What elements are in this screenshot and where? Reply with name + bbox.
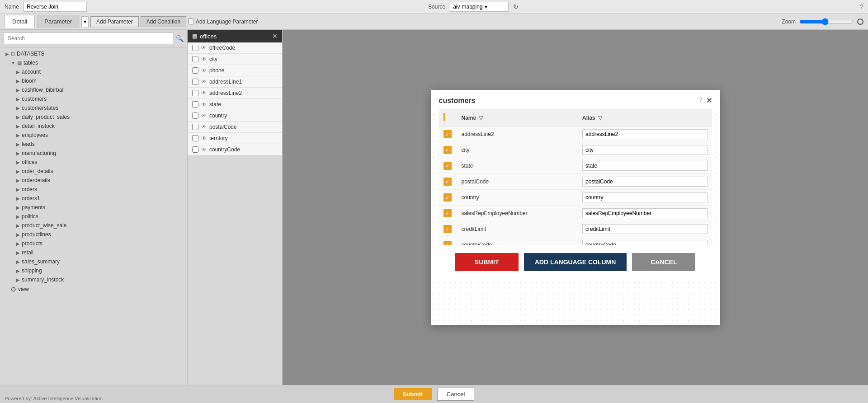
tree-item-orderdetails[interactable]: ▶ orderdetails <box>0 176 187 185</box>
tree-item-detail-instock[interactable]: ▶ detail_instock <box>0 122 187 131</box>
modal-footer: SUBMIT ADD LANGUAGE COLUMN CANCEL <box>431 245 720 279</box>
tree-item-view[interactable]: ⊜ view <box>0 284 187 294</box>
source-label: Source <box>428 4 445 10</box>
search-icon[interactable]: 🔍 <box>176 35 184 42</box>
tree-item-manufacturing[interactable]: ▶ manufacturing <box>0 149 187 158</box>
field-city[interactable]: 👁 city <box>188 54 282 65</box>
tree-item-productlines[interactable]: ▶ productlines <box>0 230 187 239</box>
tab-parameter[interactable]: Parameter <box>37 15 80 28</box>
tree-item-orders[interactable]: ▶ orders <box>0 185 187 194</box>
refresh-icon[interactable]: ↻ <box>513 3 519 10</box>
row-checkbox-state[interactable]: ✓ <box>443 162 452 170</box>
field-checkbox-countryCode[interactable] <box>192 146 198 153</box>
tree-item-summary-instock[interactable]: ▶ summary_instock <box>0 275 187 284</box>
datasets-node[interactable]: ▶ ⊞ DATASETS <box>0 49 187 58</box>
modal-add-language-column-button[interactable]: ADD LANGUAGE COLUMN <box>524 253 627 271</box>
tree-item-cashflow[interactable]: ▶ cashflow_bibirbal <box>0 85 187 94</box>
tree-item-orders1[interactable]: ▶ orders1 <box>0 194 187 203</box>
tree-item-customers[interactable]: ▶ customers <box>0 94 187 103</box>
source-dropdown[interactable]: aiv-mapping ▾ <box>450 2 509 12</box>
tree-item-product-wise-sale[interactable]: ▶ product_wise_sale <box>0 221 187 230</box>
alias-input-creditLimit[interactable] <box>582 224 707 234</box>
delete-icon[interactable]: ✕ <box>272 33 278 40</box>
field-officeCode[interactable]: 👁 officeCode <box>188 42 282 54</box>
field-list: 👁 officeCode 👁 city 👁 phone 👁 addressLin… <box>188 42 282 385</box>
field-checkbox-officeCode[interactable] <box>192 45 198 51</box>
search-input[interactable] <box>4 33 173 44</box>
eye-icon-state: 👁 <box>201 101 207 108</box>
tree-item-account[interactable]: ▶ account <box>0 67 187 76</box>
tree-item-bloom[interactable]: ▶ bloom <box>0 76 187 85</box>
left-panel: 🔍 ▶ ⊞ DATASETS ▼ ▦ tables ▶ account ▶ bl… <box>0 30 188 385</box>
alias-input-postalCode[interactable] <box>582 177 707 187</box>
tab-detail[interactable]: Detail <box>5 15 35 28</box>
tree-item-politics[interactable]: ▶ politics <box>0 212 187 221</box>
field-checkbox-phone[interactable] <box>192 67 198 74</box>
alias-filter-icon[interactable]: ▽ <box>598 115 602 121</box>
alias-input-city[interactable] <box>582 145 707 155</box>
modal-overlay: customers ? ✕ <box>283 30 868 385</box>
alias-input-country[interactable] <box>582 192 707 202</box>
row-checkbox-addressLine2[interactable]: ✓ <box>443 130 452 138</box>
alias-input-countryCode[interactable] <box>582 240 707 245</box>
add-language-parameter[interactable]: Add Language Parameter <box>188 19 258 25</box>
table-row: ✓ addressLine2 <box>439 127 712 142</box>
field-countryCode[interactable]: 👁 countryCode <box>188 144 282 155</box>
tree-item-sales-summary[interactable]: ▶ sales_summary <box>0 257 187 266</box>
name-filter-icon[interactable]: ▽ <box>479 115 483 121</box>
field-checkbox-addressLine1[interactable] <box>192 79 198 85</box>
alias-input-state[interactable] <box>582 161 707 171</box>
modal-submit-button[interactable]: SUBMIT <box>455 253 519 271</box>
field-checkbox-postalCode[interactable] <box>192 124 198 130</box>
tree-item-payments[interactable]: ▶ payments <box>0 203 187 212</box>
tree-item-leads[interactable]: ▶ leads <box>0 140 187 149</box>
tree-item-employees[interactable]: ▶ employees <box>0 131 187 140</box>
row-checkbox-creditLimit[interactable]: ✓ <box>443 225 452 233</box>
field-country[interactable]: 👁 country <box>188 110 282 122</box>
row-checkbox-country[interactable]: ✓ <box>443 193 452 202</box>
field-postalCode[interactable]: 👁 postalCode <box>188 122 282 133</box>
field-phone[interactable]: 👁 phone <box>188 65 282 76</box>
row-checkbox-salesRepEmployeeNumber[interactable]: ✓ <box>443 209 452 217</box>
help-icon-top[interactable]: ? <box>860 3 863 10</box>
add-condition-button[interactable]: Add Condition <box>141 16 186 27</box>
tab-dropdown[interactable]: ▾ <box>81 16 89 27</box>
tree-item-offices[interactable]: ▶ offices <box>0 158 187 167</box>
field-checkbox-country[interactable] <box>192 112 198 119</box>
tree-item-daily-product-sales[interactable]: ▶ daily_product_sales <box>0 112 187 122</box>
field-addressLine1[interactable]: 👁 addressLine1 <box>188 76 282 88</box>
powered-by: Powered by: Active Intelligence Visualiz… <box>5 396 103 401</box>
alias-input-salesRepEmployeeNumber[interactable] <box>582 208 707 218</box>
modal-help-icon[interactable]: ? <box>698 97 703 105</box>
field-territory[interactable]: 👁 territory <box>188 133 282 144</box>
eye-icon-country: 👁 <box>201 112 207 119</box>
zoom-slider[interactable] <box>799 18 854 25</box>
field-state[interactable]: 👁 state <box>188 99 282 110</box>
field-addressLine2[interactable]: 👁 addressLine2 <box>188 88 282 99</box>
source-value: aiv-mapping <box>453 4 482 10</box>
bottom-cancel-button[interactable]: Cancel <box>437 388 474 401</box>
tree-item-shipping[interactable]: ▶ shipping <box>0 266 187 275</box>
row-checkbox-countryCode[interactable]: ✓ <box>443 241 452 245</box>
bottom-submit-button[interactable]: Submit <box>394 388 432 400</box>
field-checkbox-addressLine2[interactable] <box>192 90 198 96</box>
tree-item-order-details[interactable]: ▶ order_details <box>0 167 187 176</box>
add-language-checkbox[interactable] <box>188 19 194 24</box>
datasets-arrow: ▶ <box>5 52 9 56</box>
name-input[interactable] <box>24 2 87 12</box>
modal-cancel-button[interactable]: CANCEL <box>632 253 695 271</box>
field-checkbox-city[interactable] <box>192 56 198 62</box>
col-header-alias: Alias ▽ <box>578 109 712 127</box>
modal-close-button[interactable]: ✕ <box>706 96 712 105</box>
field-checkbox-territory[interactable] <box>192 135 198 141</box>
row-checkbox-postalCode[interactable]: ✓ <box>443 178 452 186</box>
row-checkbox-city[interactable]: ✓ <box>443 146 452 154</box>
tree-item-customerstates[interactable]: ▶ customerstates <box>0 103 187 112</box>
tree-item-products[interactable]: ▶ products <box>0 239 187 248</box>
add-parameter-button[interactable]: Add Parameter <box>90 16 139 27</box>
field-checkbox-state[interactable] <box>192 101 198 108</box>
alias-input-addressLine2[interactable] <box>582 129 707 139</box>
tables-node[interactable]: ▼ ▦ tables <box>0 58 187 67</box>
tree-item-retail[interactable]: ▶ retail <box>0 248 187 257</box>
modal-dialog: customers ? ✕ <box>431 90 720 325</box>
